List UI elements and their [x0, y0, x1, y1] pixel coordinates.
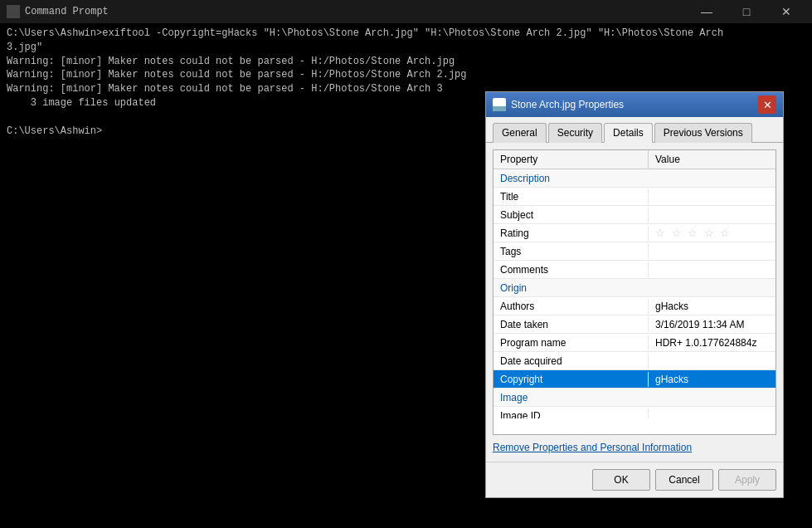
props-scroll-area[interactable]: Description Title Subject Rating: [494, 169, 776, 418]
category-image-label: Image: [494, 389, 534, 406]
terminal-icon: [7, 5, 20, 18]
props-table-container: Property Value Description Title: [493, 149, 776, 435]
apply-button[interactable]: Apply: [718, 469, 776, 491]
properties-dialog: Stone Arch.jpg Properties ✕ General Secu…: [485, 91, 784, 498]
prop-title-value: [649, 195, 776, 198]
props-table-header: Property Value: [494, 150, 776, 169]
prop-authors-value: gHacks: [649, 299, 776, 314]
terminal-line-3: Warning: [minor] Maker notes could not b…: [7, 55, 805, 69]
table-row[interactable]: Rating ☆ ☆ ☆ ☆ ☆: [494, 224, 776, 242]
prop-tags-value: [649, 250, 776, 253]
prop-rating-name: Rating: [494, 226, 649, 241]
prop-comments-name: Comments: [494, 262, 649, 277]
prop-image-id-name: Image ID: [494, 408, 649, 419]
table-row[interactable]: Program name HDR+ 1.0.177624884z: [494, 334, 776, 352]
category-description: Description: [494, 169, 776, 188]
terminal-title: Command Prompt: [25, 6, 688, 17]
terminal-line-2: 3.jpg": [7, 41, 805, 55]
tab-details[interactable]: Details: [604, 123, 653, 143]
dialog-close-button[interactable]: ✕: [758, 95, 776, 114]
prop-rating-value: ☆ ☆ ☆ ☆ ☆: [649, 225, 776, 241]
tab-previous-versions[interactable]: Previous Versions: [654, 123, 752, 143]
prop-subject-name: Subject: [494, 208, 649, 222]
prop-copyright-value: gHacks: [649, 372, 776, 387]
prop-date-taken-value: 3/16/2019 11:34 AM: [649, 317, 776, 332]
table-row-copyright[interactable]: Copyright gHacks: [494, 370, 776, 389]
dialog-titlebar-icon: [493, 98, 506, 111]
terminal-line-1: C:\Users\Ashwin>exiftool -Copyright=gHac…: [7, 27, 805, 41]
table-row[interactable]: Authors gHacks: [494, 297, 776, 315]
dialog-content: Property Value Description Title: [486, 143, 783, 462]
prop-date-taken-name: Date taken: [494, 317, 649, 332]
prop-comments-value: [649, 268, 776, 271]
category-image: Image: [494, 389, 776, 407]
props-table-wrapper: Property Value Description Title: [494, 150, 776, 434]
prop-program-value: HDR+ 1.0.177624884z: [649, 335, 776, 350]
prop-subject-value: [649, 213, 776, 217]
ok-button[interactable]: OK: [592, 469, 650, 491]
prop-image-id-value: [649, 414, 776, 418]
table-row[interactable]: Comments: [494, 261, 776, 279]
dialog-title: Stone Arch.jpg Properties: [511, 99, 758, 110]
prop-program-name: Program name: [494, 335, 649, 350]
prop-date-acquired-value: [649, 359, 776, 363]
terminal-line-4: Warning: [minor] Maker notes could not b…: [7, 68, 805, 82]
dialog-tabs: General Security Details Previous Versio…: [486, 117, 783, 143]
terminal-close-button[interactable]: ✕: [767, 0, 805, 23]
terminal-minimize-button[interactable]: —: [688, 0, 726, 23]
prop-title-name: Title: [494, 189, 649, 204]
table-row[interactable]: Subject: [494, 206, 776, 224]
dialog-buttons: OK Cancel Apply: [486, 462, 783, 497]
tab-general[interactable]: General: [493, 123, 547, 143]
prop-copyright-name: Copyright: [494, 372, 649, 387]
category-description-label: Description: [494, 170, 557, 187]
remove-properties-link[interactable]: Remove Properties and Personal Informati…: [493, 440, 776, 455]
cancel-button[interactable]: Cancel: [655, 469, 713, 491]
prop-date-acquired-name: Date acquired: [494, 354, 649, 369]
category-origin-label: Origin: [494, 280, 533, 296]
prop-tags-name: Tags: [494, 244, 649, 259]
table-row[interactable]: Tags: [494, 242, 776, 261]
dialog-titlebar: Stone Arch.jpg Properties ✕: [486, 92, 783, 117]
table-row[interactable]: Title: [494, 188, 776, 206]
terminal-titlebar: Command Prompt — □ ✕: [0, 0, 812, 23]
table-row[interactable]: Date taken 3/16/2019 11:34 AM: [494, 315, 776, 334]
terminal-controls: — □ ✕: [688, 0, 805, 23]
prop-authors-name: Authors: [494, 299, 649, 314]
tab-security[interactable]: Security: [548, 123, 602, 143]
col-value-header: Value: [649, 150, 776, 169]
terminal-restore-button[interactable]: □: [727, 0, 766, 23]
table-row[interactable]: Image ID: [494, 407, 776, 418]
table-row[interactable]: Date acquired: [494, 352, 776, 370]
col-property-header: Property: [494, 150, 649, 169]
category-origin: Origin: [494, 279, 776, 297]
